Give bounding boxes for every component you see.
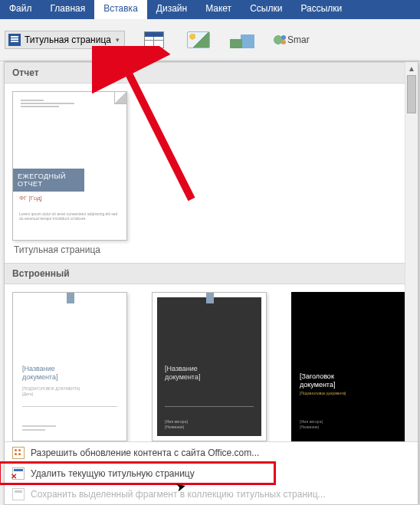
- scroll-up-icon[interactable]: ▲: [405, 62, 418, 75]
- office-icon: [12, 447, 25, 459]
- tab-file[interactable]: Файл: [0, 0, 41, 19]
- section-report: Отчет: [5, 62, 418, 84]
- picture-icon: [187, 31, 210, 48]
- menu-save-selection: Сохранить выделенный фрагмент в коллекци…: [5, 484, 418, 504]
- ribbon-tabs: Файл Главная Вставка Дизайн Макет Ссылки…: [0, 0, 420, 19]
- delete-page-icon: [12, 467, 25, 480]
- template-report-label: Титульная страница: [12, 241, 127, 260]
- save-gallery-icon: [12, 488, 25, 500]
- tab-references[interactable]: Ссылки: [241, 0, 291, 19]
- template-report[interactable]: ЕЖЕГОДНЫЙ ОТЧЕТ ФГ [Год] Lorem ipsum dol…: [12, 91, 127, 260]
- smartart-button[interactable]: Smar: [272, 34, 310, 46]
- menu-remove-cover[interactable]: Удалить текущую титульную страницу: [5, 463, 418, 484]
- images-icon: [230, 31, 256, 48]
- chevron-down-icon: ▾: [116, 36, 120, 44]
- smartart-icon: [272, 34, 284, 46]
- template-ion-light[interactable]: [Название документа] [ПОДЗАГОЛОВОК ДОКУМ…: [12, 292, 127, 461]
- cover-page-label: Титульная страница: [25, 34, 111, 45]
- cover-page-dropdown[interactable]: Титульная страница ▾: [5, 31, 125, 49]
- tab-design[interactable]: Дизайн: [147, 0, 196, 19]
- gallery-footer-menu: Разрешить обновление контента с сайта Of…: [5, 441, 418, 504]
- gallery-scrollbar[interactable]: ▲ ▼: [405, 62, 418, 462]
- tab-insert[interactable]: Вставка: [94, 0, 147, 19]
- cover-page-icon: [8, 34, 21, 46]
- template-viewmaster[interactable]: [Заголовок документа] [Подзаголовок доку…: [291, 292, 406, 461]
- scroll-thumb[interactable]: [407, 75, 416, 113]
- smartart-label: Smar: [287, 34, 310, 45]
- tab-layout[interactable]: Макет: [196, 0, 241, 19]
- tab-home[interactable]: Главная: [41, 0, 95, 19]
- table-icon: [144, 31, 164, 48]
- gallery-scroll-area: Отчет ЕЖЕГОДНЫЙ ОТЧЕТ ФГ [Год] Lorem ips…: [5, 62, 418, 462]
- template-ion-dark[interactable]: [Название документа] [Имя автора][Назван…: [152, 292, 267, 461]
- online-pictures-button[interactable]: [228, 25, 258, 55]
- cover-page-gallery: Отчет ЕЖЕГОДНЫЙ ОТЧЕТ ФГ [Год] Lorem ips…: [4, 61, 418, 505]
- section-builtin: Встроенный: [5, 263, 418, 284]
- table-button[interactable]: [139, 25, 169, 55]
- pictures-button[interactable]: [183, 25, 214, 55]
- ribbon: Титульная страница ▾ Smar: [0, 19, 420, 61]
- tab-mailings[interactable]: Рассылки: [291, 0, 351, 19]
- menu-office-update[interactable]: Разрешить обновление контента с сайта Of…: [5, 442, 418, 463]
